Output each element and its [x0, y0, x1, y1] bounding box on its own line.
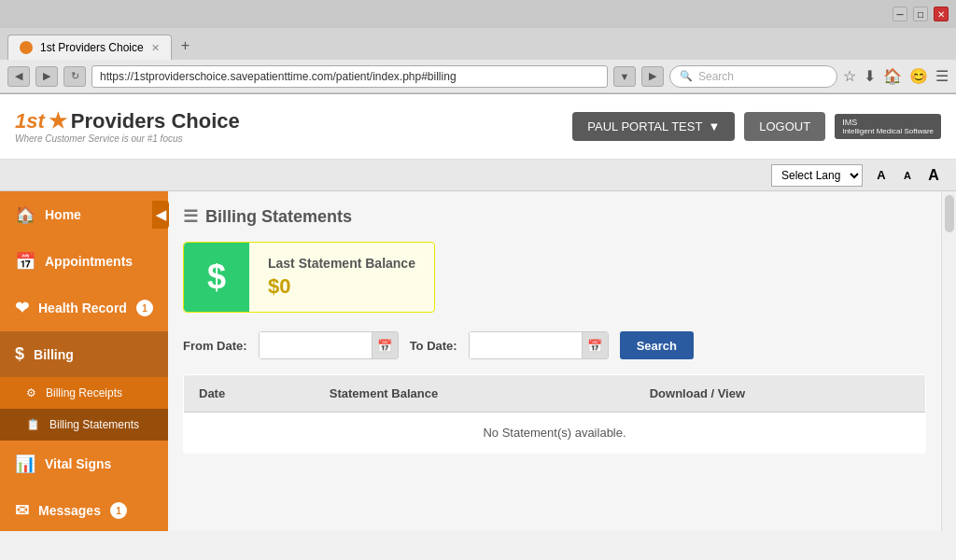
text-size-normal-btn[interactable]: A: [870, 164, 893, 187]
messages-icon: ✉: [15, 500, 29, 521]
sidebar-item-billing[interactable]: $ Billing: [0, 331, 168, 377]
balance-card: $ Last Statement Balance $0: [183, 242, 435, 313]
logo-area: 1st ★ Providers Choice Where Customer Se…: [15, 109, 240, 144]
col-date: Date: [184, 375, 315, 413]
sidebar-item-home-label: Home: [45, 207, 81, 222]
app-header: 1st ★ Providers Choice Where Customer Se…: [0, 94, 956, 160]
balance-info: Last Statement Balance $0: [249, 243, 434, 312]
content-area: ☰ Billing Statements $ Last Statement Ba…: [168, 191, 941, 531]
home-icon: 🏠: [15, 204, 35, 225]
download-icon[interactable]: ⬇: [864, 67, 876, 85]
sidebar-item-billing-statements[interactable]: 📋 Billing Statements: [0, 409, 168, 441]
logo-1st: 1st: [15, 109, 45, 133]
sidebar-item-health-record[interactable]: ❤ Health Record 1: [0, 285, 168, 331]
empty-message: No Statement(s) available.: [184, 413, 926, 454]
url-dropdown-btn[interactable]: ▼: [613, 66, 636, 87]
main-layout: 🏠 Home ◀ 📅 Appointments ❤ Health Record …: [0, 191, 956, 531]
minimize-btn[interactable]: ─: [893, 7, 907, 21]
menu-icon[interactable]: ☰: [935, 67, 949, 85]
statements-table: Date Statement Balance Download / View N…: [183, 374, 926, 454]
text-size-decrease-btn[interactable]: A: [896, 164, 919, 187]
sidebar-item-billing-statements-label: Billing Statements: [49, 418, 139, 431]
user-label: PAUL PORTAL TEST: [587, 119, 702, 133]
text-size-increase-btn[interactable]: A: [922, 164, 945, 187]
billing-icon: $: [15, 344, 24, 364]
to-date-calendar-btn[interactable]: 📅: [582, 332, 608, 358]
sidebar-item-vital-signs[interactable]: 📊 Vital Signs: [0, 441, 168, 487]
col-download-view: Download / View: [635, 375, 926, 413]
from-date-input-wrap: 📅: [259, 331, 399, 359]
col-statement-balance: Statement Balance: [315, 375, 635, 413]
header-right: PAUL PORTAL TEST ▼ LOGOUT IMS Intelligen…: [572, 112, 941, 141]
sidebar-item-vital-signs-label: Vital Signs: [45, 456, 111, 471]
scrollbar[interactable]: [941, 191, 956, 531]
from-date-input[interactable]: [260, 332, 372, 358]
sidebar-item-health-label: Health Record: [38, 301, 127, 315]
user-dropdown-icon: ▼: [708, 119, 720, 133]
from-date-label: From Date:: [183, 339, 247, 353]
search-placeholder: Search: [698, 70, 734, 83]
sidebar-item-home[interactable]: 🏠 Home ◀: [0, 191, 168, 238]
sidebar-item-appointments[interactable]: 📅 Appointments: [0, 238, 168, 285]
text-size-controls: A A A: [870, 164, 945, 187]
page-title-icon: ☰: [183, 206, 198, 227]
balance-label: Last Statement Balance: [268, 256, 415, 271]
sidebar-collapse-btn[interactable]: ◀: [152, 201, 169, 229]
browser-chrome: ─ □ ✕ 1st Providers Choice ✕ + ◀ ▶ ↻ htt…: [0, 0, 956, 94]
messages-badge: 1: [110, 502, 127, 519]
browser-icons: ☆ ⬇ 🏠 😊 ☰: [843, 67, 949, 85]
browser-tab[interactable]: 1st Providers Choice ✕: [7, 35, 172, 60]
account-icon[interactable]: 😊: [909, 67, 928, 85]
sidebar-item-billing-receipts-label: Billing Receipts: [46, 386, 122, 399]
logo: 1st ★ Providers Choice: [15, 109, 240, 133]
sidebar-item-messages[interactable]: ✉ Messages 1: [0, 487, 168, 531]
logout-btn[interactable]: LOGOUT: [744, 112, 825, 141]
back-btn[interactable]: ◀: [7, 66, 30, 87]
user-menu-btn[interactable]: PAUL PORTAL TEST ▼: [572, 112, 735, 141]
billing-submenu: ⚙ Billing Receipts 📋 Billing Statements: [0, 377, 168, 441]
health-icon: ❤: [15, 298, 29, 318]
sidebar-item-billing-receipts[interactable]: ⚙ Billing Receipts: [0, 377, 168, 409]
dollar-icon: $: [207, 258, 226, 297]
scrollbar-thumb[interactable]: [945, 195, 954, 232]
maximize-btn[interactable]: □: [913, 7, 928, 21]
date-filter-row: From Date: 📅 To Date: 📅 Search: [183, 331, 926, 359]
to-date-input[interactable]: [470, 332, 582, 358]
new-tab-btn[interactable]: +: [172, 32, 199, 60]
logo-star-icon: ★: [49, 109, 67, 133]
ims-logo: IMS Intelligent Medical Software: [835, 114, 941, 139]
to-date-label: To Date:: [410, 339, 457, 353]
sidebar-item-billing-label: Billing: [34, 347, 74, 362]
search-button[interactable]: Search: [620, 331, 694, 359]
tab-favicon: [20, 41, 33, 54]
tab-title: 1st Providers Choice: [40, 41, 144, 54]
language-select[interactable]: Select Lang: [771, 164, 863, 187]
logo-tagline: Where Customer Service is our #1 focus: [15, 133, 240, 144]
from-date-calendar-btn[interactable]: 📅: [372, 332, 398, 358]
home-nav-icon[interactable]: 🏠: [883, 67, 902, 85]
bookmark-icon[interactable]: ☆: [843, 67, 856, 85]
logo-main: Providers Choice: [71, 109, 240, 133]
forward-btn[interactable]: ▶: [35, 66, 58, 87]
navigate-btn[interactable]: ▶: [641, 66, 664, 87]
url-arrow-btn[interactable]: ▼: [613, 66, 636, 87]
sidebar-item-appointments-label: Appointments: [45, 254, 133, 269]
close-btn[interactable]: ✕: [934, 7, 949, 21]
sidebar-item-messages-label: Messages: [38, 503, 101, 518]
health-record-badge: 1: [136, 300, 153, 316]
tab-close-btn[interactable]: ✕: [151, 42, 160, 54]
page-title: ☰ Billing Statements: [183, 206, 926, 227]
page-title-text: Billing Statements: [205, 207, 352, 227]
refresh-btn[interactable]: ↻: [63, 66, 86, 87]
url-input[interactable]: https://1stproviderschoice.savepatientti…: [91, 65, 608, 88]
to-date-input-wrap: 📅: [469, 331, 609, 359]
toolbar: Select Lang A A A: [0, 160, 956, 191]
browser-search-box[interactable]: 🔍 Search: [669, 65, 837, 88]
appointments-icon: 📅: [15, 251, 35, 272]
table-empty-row: No Statement(s) available.: [184, 413, 926, 454]
vital-signs-icon: 📊: [15, 454, 35, 474]
title-bar: ─ □ ✕: [0, 0, 956, 28]
address-bar: ◀ ▶ ↻ https://1stproviderschoice.savepat…: [0, 60, 956, 93]
table-header-row: Date Statement Balance Download / View: [184, 375, 926, 413]
search-icon: 🔍: [680, 70, 693, 82]
